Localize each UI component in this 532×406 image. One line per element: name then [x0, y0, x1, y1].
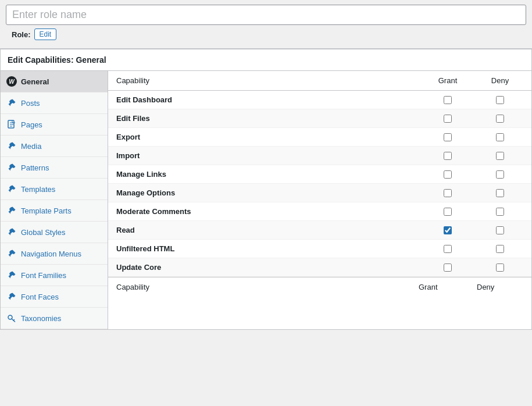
deny-checkbox[interactable] — [496, 152, 504, 160]
pin-icon — [6, 141, 17, 151]
capability-name: Manage Links — [116, 170, 419, 179]
table-row: Edit Files — [108, 109, 531, 128]
wordpress-icon — [6, 76, 17, 87]
deny-cell — [477, 208, 523, 216]
grant-checkbox[interactable] — [444, 208, 452, 216]
capabilities-table: Capability Grant Deny Edit DashboardEdit… — [108, 71, 531, 329]
deny-cell — [477, 245, 523, 253]
pin-icon — [6, 248, 17, 259]
grant-cell — [419, 96, 477, 104]
deny-checkbox[interactable] — [496, 189, 504, 197]
grant-checkbox[interactable] — [444, 189, 452, 197]
sidebar-item-font-faces[interactable]: Font Faces — [1, 286, 108, 308]
footer-deny: Deny — [477, 283, 523, 291]
sidebar-item-templates[interactable]: Templates — [1, 179, 108, 200]
table-row: Manage Links — [108, 165, 531, 184]
sidebar-item-media[interactable]: Media — [1, 136, 108, 157]
deny-checkbox[interactable] — [496, 115, 504, 123]
grant-cell — [419, 226, 477, 234]
sidebar-item-label: Posts — [21, 99, 40, 108]
grant-checkbox[interactable] — [444, 133, 452, 141]
table-row: Read — [108, 221, 531, 240]
capability-name: Moderate Comments — [116, 207, 419, 216]
pin-icon — [6, 270, 17, 280]
header-grant: Grant — [419, 76, 477, 85]
deny-checkbox[interactable] — [496, 133, 504, 141]
capability-name: Edit Files — [116, 114, 419, 123]
grant-checkbox[interactable] — [444, 170, 452, 179]
pin-icon — [6, 184, 17, 194]
role-row: Role: Edit — [6, 25, 526, 44]
deny-cell — [477, 152, 523, 160]
grant-checkbox[interactable] — [444, 245, 452, 253]
pin-icon — [6, 227, 17, 237]
header-capability: Capability — [116, 76, 419, 85]
sidebar-item-label: Font Families — [21, 271, 66, 280]
table-row: Update Core — [108, 258, 531, 277]
capability-name: Unfiltered HTML — [116, 244, 419, 253]
edit-button[interactable]: Edit — [34, 29, 57, 40]
sidebar-item-navigation-menus[interactable]: Navigation Menus — [1, 243, 108, 265]
deny-checkbox[interactable] — [496, 96, 504, 104]
deny-checkbox[interactable] — [496, 226, 504, 234]
main-container: Edit Capabilities: General General Posts… — [0, 49, 532, 330]
deny-checkbox[interactable] — [496, 245, 504, 253]
sidebar-item-label: Templates — [21, 185, 55, 194]
sidebar-item-global-styles[interactable]: Global Styles — [1, 222, 108, 243]
pin-icon — [6, 291, 17, 302]
footer-capability: Capability — [116, 283, 419, 291]
deny-checkbox[interactable] — [496, 170, 504, 179]
deny-cell — [477, 170, 523, 179]
deny-cell — [477, 189, 523, 197]
sidebar-item-taxonomies[interactable]: Taxonomies — [1, 308, 108, 329]
grant-cell — [419, 133, 477, 141]
table-row: Edit Dashboard — [108, 91, 531, 109]
sidebar-item-label: Pages — [21, 120, 42, 129]
sidebar-item-template-parts[interactable]: Template Parts — [1, 200, 108, 222]
grant-cell — [419, 115, 477, 123]
sidebar-item-label: Taxonomies — [21, 314, 61, 323]
role-label: Role: — [12, 30, 31, 39]
grant-checkbox[interactable] — [444, 96, 452, 104]
sidebar-item-label: Media — [21, 142, 41, 151]
pin-icon — [6, 205, 17, 216]
deny-cell — [477, 115, 523, 123]
sidebar-item-label: Navigation Menus — [21, 250, 81, 258]
top-bar: Role: Edit — [0, 0, 532, 49]
deny-cell — [477, 96, 523, 104]
sidebar-item-posts[interactable]: Posts — [1, 92, 108, 114]
table-row: Export — [108, 128, 531, 147]
capability-name: Update Core — [116, 263, 419, 272]
footer-grant: Grant — [419, 283, 477, 291]
deny-cell — [477, 133, 523, 141]
sidebar-item-font-families[interactable]: Font Families — [1, 265, 108, 286]
sidebar-item-label: Font Faces — [21, 293, 59, 301]
table-row: Moderate Comments — [108, 202, 531, 221]
grant-checkbox[interactable] — [444, 115, 452, 123]
role-name-input[interactable] — [6, 5, 526, 25]
grant-checkbox[interactable] — [444, 152, 452, 160]
capability-name: Manage Options — [116, 188, 419, 197]
header-deny: Deny — [477, 76, 523, 85]
grant-checkbox[interactable] — [444, 226, 452, 234]
grant-cell — [419, 263, 477, 272]
sidebar-item-label: General — [21, 77, 49, 86]
table-row: Manage Options — [108, 184, 531, 202]
deny-checkbox[interactable] — [496, 263, 504, 272]
section-title: Edit Capabilities: General — [1, 49, 531, 71]
sidebar-item-pages[interactable]: Pages — [1, 114, 108, 136]
table-row: Import — [108, 147, 531, 165]
sidebar-item-patterns[interactable]: Patterns — [1, 157, 108, 179]
grant-cell — [419, 245, 477, 253]
grant-checkbox[interactable] — [444, 263, 452, 272]
page-icon — [6, 119, 17, 130]
sidebar-item-general[interactable]: General — [1, 71, 108, 92]
sidebar-item-label: Patterns — [21, 163, 49, 172]
deny-checkbox[interactable] — [496, 208, 504, 216]
sidebar-item-label: Template Parts — [21, 206, 72, 215]
table-row: Unfiltered HTML — [108, 240, 531, 258]
grant-cell — [419, 152, 477, 160]
table-body: Edit DashboardEdit FilesExportImportMana… — [108, 91, 531, 277]
key-icon — [6, 313, 17, 323]
pin-icon — [6, 98, 17, 108]
